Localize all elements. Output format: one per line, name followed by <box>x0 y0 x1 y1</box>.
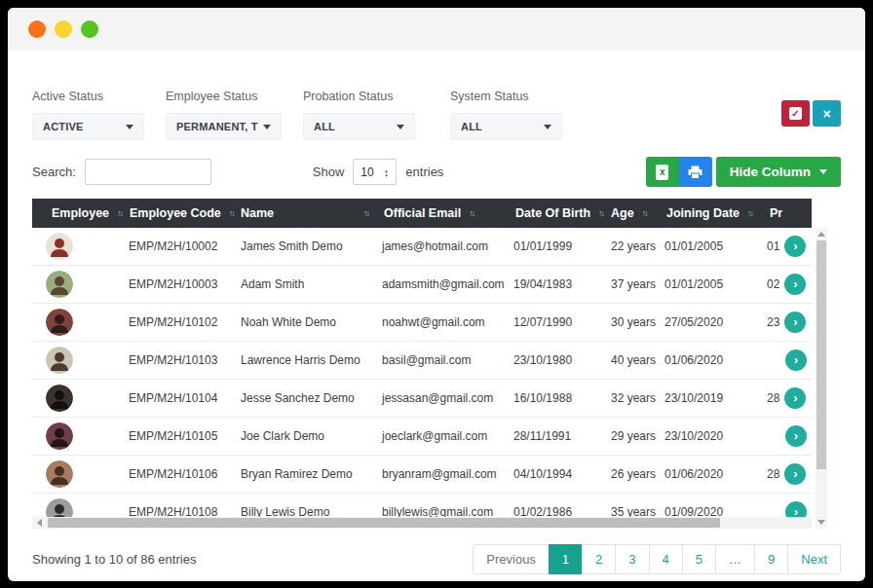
row-detail-button[interactable]: › <box>785 349 807 371</box>
row-detail-button[interactable]: › <box>784 274 806 295</box>
filter-employee-status: Employee StatusPERMANENT, TEM <box>166 90 282 140</box>
page-button-4[interactable]: 4 <box>649 544 683 574</box>
dob-cell: 23/10/1980 <box>510 353 607 367</box>
page-button-1[interactable]: 1 <box>549 544 583 574</box>
row-detail-button[interactable]: › <box>785 501 807 517</box>
vertical-scrollbar-thumb[interactable] <box>816 240 826 469</box>
avatar <box>46 347 73 374</box>
sort-icon[interactable]: ↑↓ <box>117 208 122 218</box>
table-row[interactable]: EMP/M2H/10102Noah White Demonoahwt@gmail… <box>32 304 812 342</box>
avatar <box>46 233 73 260</box>
filter-dropdown[interactable]: ALL <box>303 113 415 140</box>
email-cell: james@hotmail.com <box>378 239 510 253</box>
page-button-…[interactable]: … <box>715 544 755 574</box>
table-row[interactable]: EMP/M2H/10002James Smith Demojames@hotma… <box>32 228 812 266</box>
email-cell: noahwt@gmail.com <box>378 315 510 329</box>
column-header-official-email[interactable]: Official Email↑↓ <box>378 199 510 228</box>
column-header-employee-code[interactable]: Employee Code↑↓ <box>125 199 237 228</box>
minimize-dot[interactable] <box>55 20 72 38</box>
column-header-employee[interactable]: Employee↑↓ <box>32 199 125 228</box>
scroll-left-icon[interactable] <box>37 519 42 527</box>
employee-cell <box>32 498 125 517</box>
row-detail-button[interactable]: › <box>784 463 806 485</box>
table-row[interactable]: EMP/M2H/10003Adam Smithadamsmith@gmail.c… <box>32 266 812 304</box>
name-cell: Bryan Ramirez Demo <box>237 467 378 481</box>
sort-icon[interactable]: ↑↓ <box>363 208 368 218</box>
age-cell: 22 years <box>607 239 661 253</box>
filter-dropdown[interactable]: ACTIVE <box>32 113 144 140</box>
page-size-value: 10 <box>361 165 373 179</box>
sort-icon[interactable]: ↑↓ <box>598 208 603 218</box>
table-row[interactable]: EMP/M2H/10108Billy Lewis Demobillylewis@… <box>32 494 812 517</box>
page-button-2[interactable]: 2 <box>582 544 616 574</box>
export-excel-button[interactable]: x <box>646 157 679 187</box>
scroll-down-icon[interactable] <box>817 520 825 525</box>
page-button-next[interactable]: Next <box>787 544 841 574</box>
name-cell: Jesse Sanchez Demo <box>237 391 378 405</box>
dob-cell: 04/10/1994 <box>510 467 607 481</box>
sort-icon[interactable]: ↑↓ <box>747 208 752 218</box>
print-button[interactable] <box>679 157 712 187</box>
horizontal-scrollbar[interactable] <box>32 517 812 529</box>
column-header-joining-date[interactable]: Joining Date↑↓ <box>661 199 763 228</box>
table-row[interactable]: EMP/M2H/10106Bryan Ramirez Demobryanram@… <box>32 456 812 494</box>
corner-actions: ✓ × <box>781 100 841 127</box>
search-input[interactable] <box>85 159 211 185</box>
dob-cell: 01/01/1999 <box>510 239 607 253</box>
maximize-dot[interactable] <box>81 20 98 38</box>
toolbar: Search: Show 10 ↕ entries x <box>32 157 841 187</box>
row-detail-button[interactable]: › <box>784 387 806 409</box>
filter-value: ACTIVE <box>43 121 84 132</box>
probation-partial-text: 28 <box>767 391 779 405</box>
filter-dropdown[interactable]: PERMANENT, TEM <box>166 113 282 140</box>
employee-code-cell: EMP/M2H/10102 <box>125 315 237 329</box>
employee-code-cell: EMP/M2H/10105 <box>125 429 237 443</box>
email-cell: billylewis@gmail.com <box>378 505 510 517</box>
close-dot[interactable] <box>28 20 46 38</box>
filter-value: PERMANENT, TEM <box>176 121 258 132</box>
filter-value: ALL <box>314 121 335 132</box>
dob-cell: 19/04/1983 <box>510 277 607 291</box>
sort-icon[interactable]: ↑↓ <box>229 208 234 218</box>
column-label: Pr <box>770 206 782 220</box>
column-header-pr[interactable]: Pr <box>763 199 812 228</box>
page-size-select[interactable]: 10 ↕ <box>353 159 397 185</box>
column-header-age[interactable]: Age↑↓ <box>607 199 661 228</box>
avatar <box>46 309 73 336</box>
employee-code-cell: EMP/M2H/10103 <box>125 353 237 367</box>
confirm-filter-button[interactable]: ✓ <box>781 100 810 127</box>
avatar <box>46 498 73 517</box>
scroll-up-icon[interactable] <box>817 232 825 237</box>
column-header-name[interactable]: Name↑↓ <box>237 199 378 228</box>
table-row[interactable]: EMP/M2H/10103Lawrence Harris Demobasil@g… <box>32 342 812 380</box>
sort-icon[interactable]: ↑↓ <box>469 208 474 218</box>
column-label: Joining Date <box>666 206 740 220</box>
vertical-scrollbar[interactable] <box>816 228 827 529</box>
table-row[interactable]: EMP/M2H/10104Jesse Sanchez Demojessasan@… <box>32 380 812 418</box>
filter-label: Probation Status <box>303 90 415 103</box>
joining-date-cell: 01/01/2005 <box>661 239 763 253</box>
row-detail-button[interactable]: › <box>784 312 806 333</box>
table-footer: Showing 1 to 10 of 86 entries Previous12… <box>32 544 841 574</box>
employee-code-cell: EMP/M2H/10104 <box>125 391 237 405</box>
horizontal-scrollbar-thumb[interactable] <box>48 518 720 528</box>
table-row[interactable]: EMP/M2H/10105Joe Clark Demojoeclark@gmai… <box>32 418 812 456</box>
hide-column-button[interactable]: Hide Column <box>716 157 841 187</box>
page-content: ✓ × Active StatusACTIVEEmployee StatusPE… <box>8 90 865 574</box>
close-filter-button[interactable]: × <box>813 100 841 127</box>
sort-icon[interactable]: ↑↓ <box>642 208 647 218</box>
page-button-9[interactable]: 9 <box>754 544 788 574</box>
page-button-3[interactable]: 3 <box>615 544 649 574</box>
column-header-date-of-birth[interactable]: Date Of Birth↑↓ <box>510 199 607 228</box>
chevron-down-icon <box>263 125 271 129</box>
joining-date-cell: 01/06/2020 <box>661 467 763 481</box>
row-detail-button[interactable]: › <box>785 425 807 447</box>
filter-dropdown[interactable]: ALL <box>450 113 562 140</box>
page-button-5[interactable]: 5 <box>682 544 716 574</box>
row-detail-button[interactable]: › <box>784 236 806 257</box>
close-x-icon: × <box>822 106 830 122</box>
page-button-previous[interactable]: Previous <box>473 544 550 574</box>
dob-cell: 12/07/1990 <box>510 315 607 329</box>
printer-icon <box>688 165 702 179</box>
spinner-updown-icon: ↕ <box>384 166 390 178</box>
